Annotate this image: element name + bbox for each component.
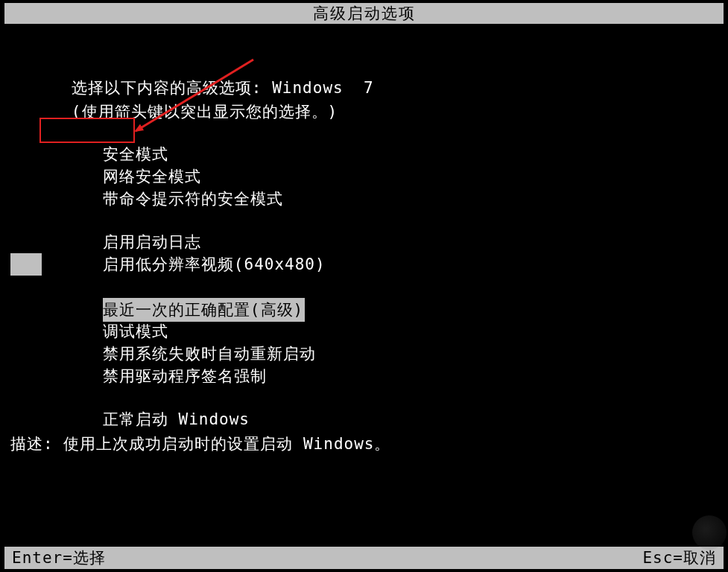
prompt-prefix: 选择以下内容的高级选项:	[72, 79, 262, 97]
option-label: 正常启动 Windows	[103, 410, 250, 428]
boot-options-screen: 高级启动选项 选择以下内容的高级选项: Windows 7 (使用箭头键以突出显…	[0, 0, 728, 572]
option-start-windows-normally[interactable]: 正常启动 Windows	[10, 386, 718, 408]
footer-bar: Enter=选择 Esc=取消	[4, 547, 724, 569]
description-line: 描述: 使用上次成功启动时的设置启动 Windows。	[10, 433, 390, 454]
title-text: 高级启动选项	[313, 4, 416, 22]
option-label: 禁用驱动程序签名强制	[103, 367, 267, 385]
option-label: 安全模式	[103, 145, 168, 163]
option-label: 启用启动日志	[103, 233, 201, 251]
option-directory-services-restore[interactable]: 目录服务还原模式	[10, 276, 718, 298]
option-boot-logging[interactable]: 启用启动日志	[10, 209, 718, 231]
footer-enter: Enter=选择	[12, 547, 106, 569]
description-text: 使用上次成功启动时的设置启动 Windows。	[63, 435, 390, 453]
option-label: 带命令提示符的安全模式	[103, 190, 283, 208]
option-label: 网络安全模式	[103, 168, 201, 185]
watermark-icon	[692, 515, 727, 550]
prompt-line: 选择以下内容的高级选项: Windows 7	[10, 52, 718, 76]
option-label: 禁用系统失败时自动重新启动	[103, 345, 316, 363]
title-bar: 高级启动选项	[4, 3, 724, 24]
description-prefix: 描述:	[10, 435, 54, 453]
os-name: Windows 7	[272, 79, 373, 97]
footer-esc: Esc=取消	[642, 547, 716, 569]
option-label: 调试模式	[103, 322, 168, 340]
content-area: 选择以下内容的高级选项: Windows 7 (使用箭头键以突出显示您的选择。)…	[10, 52, 718, 408]
option-last-known-good[interactable]: 最近一次的正确配置(高级)	[10, 253, 718, 276]
highlight-bar	[10, 253, 42, 276]
hint-text: (使用箭头键以突出显示您的选择。)	[72, 103, 338, 121]
option-label: 最近一次的正确配置(高级)	[103, 298, 305, 322]
option-safe-mode[interactable]: 安全模式	[10, 121, 718, 143]
